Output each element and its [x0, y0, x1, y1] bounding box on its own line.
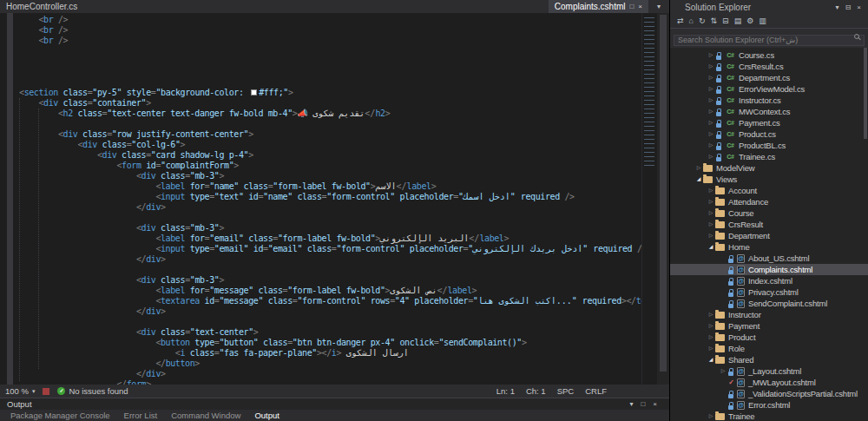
tree-item-instructor[interactable]: ▷Instructor: [670, 309, 868, 320]
tree-item-payment-cs[interactable]: ▷C#Payment.cs: [670, 117, 868, 128]
indentation-indicator[interactable]: SPC: [557, 386, 575, 396]
code-line[interactable]: <div class="mb-3">: [19, 223, 641, 234]
close-icon[interactable]: ×: [857, 4, 861, 11]
collapsed-arrow-icon[interactable]: ▷: [707, 117, 715, 128]
code-line[interactable]: </form>: [19, 379, 641, 385]
tree-item-shared[interactable]: ◢Shared: [670, 354, 868, 365]
code-line[interactable]: <div class="text-center">: [19, 327, 641, 338]
collapsed-arrow-icon[interactable]: ▷: [707, 151, 715, 162]
preview-selected-items-icon[interactable]: ▥: [759, 17, 766, 25]
properties-icon[interactable]: ⚙: [746, 17, 753, 25]
document-health-indicator[interactable]: ✓ No issues found: [57, 386, 128, 396]
collapsed-arrow-icon[interactable]: ▷: [707, 140, 715, 151]
panel-tab-output[interactable]: Output: [247, 411, 286, 420]
tree-item-product-cs[interactable]: ▷C#Product.cs: [670, 128, 868, 140]
collapsed-arrow-icon[interactable]: ▷: [707, 309, 715, 320]
refresh-icon[interactable]: ↻: [699, 17, 706, 25]
collapsed-arrow-icon[interactable]: ▷: [707, 49, 715, 61]
breakpoint-margin[interactable]: [0, 13, 7, 385]
tree-item--layout-cshtml[interactable]: ▷@_Layout.cshtml: [670, 365, 868, 377]
window-position-chevron-icon[interactable]: ▾: [836, 4, 839, 11]
code-line[interactable]: </div>: [19, 306, 641, 317]
tree-item-views[interactable]: ◢Views: [670, 174, 868, 185]
tree-item-about-us-cshtml[interactable]: @About_US.cshtml: [670, 253, 868, 264]
code-line[interactable]: [19, 317, 641, 327]
tree-item-trainee[interactable]: ▷Trainee: [670, 411, 868, 421]
tree-item-errorviewmodel-cs[interactable]: ▷C#ErrorViewModel.cs: [670, 83, 868, 95]
code-line[interactable]: <div class="card shadow-lg p-4">: [19, 150, 641, 161]
expanded-arrow-icon[interactable]: ◢: [694, 174, 703, 185]
code-line[interactable]: [19, 77, 641, 88]
code-line[interactable]: <div class="col-lg-6">: [19, 140, 641, 150]
sync-with-active-document-icon[interactable]: ⇅: [711, 17, 718, 25]
column-indicator[interactable]: Ch: 1: [526, 386, 546, 396]
auto-hide-pin-icon[interactable]: ⊟: [845, 4, 852, 11]
panel-tab-error-list[interactable]: Error List: [117, 411, 165, 420]
tree-item-product[interactable]: ▷Product: [670, 332, 868, 343]
collapsed-arrow-icon[interactable]: ▷: [707, 196, 715, 207]
code-line[interactable]: [19, 119, 641, 129]
collapsed-arrow-icon[interactable]: ▷: [707, 332, 715, 343]
tree-item-sendcomplaint-cshtml[interactable]: @SendComplaint.cshtml: [670, 298, 868, 309]
expanded-arrow-icon[interactable]: ◢: [707, 354, 715, 365]
collapsed-arrow-icon[interactable]: ▷: [707, 128, 715, 140]
tree-item-crsresult-cs[interactable]: ▷C#CrsResult.cs: [670, 61, 868, 72]
code-line[interactable]: <h2 class="text-center text-danger fw-bo…: [19, 109, 641, 119]
collapsed-arrow-icon[interactable]: ▷: [707, 106, 715, 117]
tree-item-error-cshtml[interactable]: @Error.cshtml: [670, 399, 868, 411]
code-line[interactable]: </div>: [19, 202, 641, 213]
tree-item-course-cs[interactable]: ▷C#Course.cs: [670, 49, 868, 61]
code-line[interactable]: <i class="fas fa-paper-plane"></i> ارسال…: [19, 348, 641, 359]
panel-tab-command-window[interactable]: Command Window: [164, 411, 247, 420]
code-line[interactable]: <form id="complaintForm">: [19, 161, 641, 171]
collapse-all-icon[interactable]: ⊟: [722, 17, 729, 25]
code-line[interactable]: <div class="row justify-content-center">: [19, 129, 641, 140]
collapsed-arrow-icon[interactable]: ▷: [707, 230, 715, 241]
code-line[interactable]: <label for="message" class="form-label f…: [19, 286, 641, 296]
close-icon[interactable]: ×: [638, 3, 642, 10]
scrollbar-thumb[interactable]: [660, 15, 667, 372]
collapsed-arrow-icon[interactable]: ▷: [707, 411, 715, 421]
show-all-files-icon[interactable]: ▤: [734, 17, 742, 25]
home-icon[interactable]: ⌂: [689, 17, 694, 25]
tree-item-instructor-cs[interactable]: ▷C#Instructor.cs: [670, 95, 868, 106]
expanded-arrow-icon[interactable]: ◢: [707, 241, 715, 253]
panel-options-chevron-icon[interactable]: ▾: [629, 401, 633, 408]
tree-item-crsresult[interactable]: ▷CrsResult: [670, 219, 868, 230]
code-line[interactable]: [19, 213, 641, 223]
line-indicator[interactable]: Ln: 1: [496, 386, 515, 396]
collapsed-arrow-icon[interactable]: ▷: [707, 72, 715, 83]
code-line[interactable]: <section class="py-5" style="background-…: [19, 88, 641, 98]
collapsed-arrow-icon[interactable]: ▷: [707, 83, 715, 95]
collapsed-arrow-icon[interactable]: ▷: [707, 95, 715, 106]
collapsed-arrow-icon[interactable]: ▷: [707, 185, 715, 196]
document-list-chevron-icon[interactable]: ▾: [657, 3, 661, 10]
code-line[interactable]: [19, 56, 641, 67]
collapsed-arrow-icon[interactable]: ▷: [707, 61, 715, 72]
editor-scrollbar[interactable]: [657, 13, 669, 385]
close-panel-icon[interactable]: ×: [653, 401, 657, 408]
zoom-control[interactable]: 100 % ▾: [5, 386, 35, 396]
panel-scrollbar-thumb[interactable]: [864, 48, 867, 139]
solution-explorer-titlebar[interactable]: Solution Explorer ▾⊟×: [670, 0, 868, 15]
tab-homecontroller[interactable]: HomeController.cs: [0, 0, 83, 13]
code-line[interactable]: <br />: [19, 25, 641, 36]
code-area[interactable]: <br /> <br /> <br /> <section class="py-…: [13, 13, 641, 385]
search-input[interactable]: [674, 35, 865, 46]
code-line[interactable]: </div>: [19, 254, 641, 265]
tree-item-department-cs[interactable]: ▷C#Department.cs: [670, 72, 868, 83]
panel-tab-package-manager-console[interactable]: Package Manager Console: [3, 411, 117, 420]
code-line[interactable]: <textarea id="message" class="form-contr…: [19, 296, 641, 306]
code-line[interactable]: [19, 46, 641, 56]
tree-item-trainee-cs[interactable]: ▷C#Trainee.cs: [670, 151, 868, 162]
collapsed-arrow-icon[interactable]: ▷: [707, 219, 715, 230]
keep-open-icon[interactable]: □: [629, 3, 634, 10]
code-line[interactable]: [19, 67, 641, 77]
collapsed-arrow-icon[interactable]: ▷: [707, 343, 715, 354]
code-line[interactable]: <div class="mb-3">: [19, 275, 641, 286]
float-panel-icon[interactable]: □: [641, 401, 645, 408]
code-line[interactable]: <br />: [19, 36, 641, 46]
tree-item-department[interactable]: ▷Department: [670, 230, 868, 241]
tree-item-role[interactable]: ▷Role: [670, 343, 868, 354]
code-line[interactable]: </button>: [19, 359, 641, 369]
